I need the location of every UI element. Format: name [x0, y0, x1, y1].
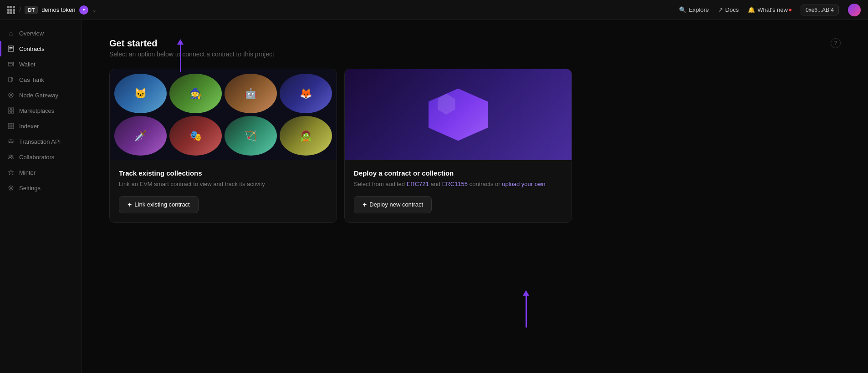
project-chevron[interactable]: ⌄	[92, 7, 97, 13]
indexer-icon	[7, 122, 15, 130]
nft-cell-8: 🧟	[280, 116, 332, 156]
explore-link[interactable]: 🔍 Explore	[679, 6, 709, 13]
bell-icon: 🔔	[748, 6, 755, 13]
grid-icon	[7, 6, 15, 14]
marketplaces-icon	[7, 107, 15, 114]
svg-rect-12	[11, 111, 14, 113]
notification-dot	[789, 9, 791, 11]
sidebar-label-settings: Settings	[19, 185, 41, 192]
app-body: ⌂ Overview Contracts	[0, 20, 868, 373]
svg-rect-4	[8, 62, 14, 66]
wallet-icon	[7, 60, 15, 68]
nft-cell-4: 🦊	[280, 74, 332, 113]
sidebar-label-node-gateway: Node Gateway	[19, 92, 58, 99]
annotation-arrow-deploy	[523, 290, 529, 328]
svg-rect-11	[8, 111, 10, 113]
svg-rect-6	[9, 77, 12, 82]
get-started-header: Get started Select an option below to co…	[109, 38, 841, 58]
contracts-icon	[7, 45, 15, 52]
sidebar-item-collaborators[interactable]: Collaborators	[0, 149, 82, 165]
deploy-card-image	[345, 69, 572, 160]
sidebar-item-settings[interactable]: Settings	[0, 180, 82, 196]
nft-grid: 🐱 🧙 🤖 🦊 🗡️	[110, 69, 337, 160]
svg-point-19	[11, 155, 13, 157]
cards-container: 🐱 🧙 🤖 🦊 🗡️	[109, 69, 841, 223]
deploy-card[interactable]: Deploy a contract or collection Select f…	[344, 69, 572, 223]
erc721-link[interactable]: ERC721	[407, 181, 429, 187]
wallet-address[interactable]: 0xe6...ABf4	[801, 5, 839, 15]
gas-tank-icon	[7, 76, 15, 83]
sidebar-item-node-gateway[interactable]: Node Gateway	[0, 87, 82, 103]
project-badge[interactable]: DT	[25, 6, 38, 14]
sidebar-item-contracts[interactable]: Contracts	[0, 41, 82, 56]
home-icon: ⌂	[7, 30, 15, 37]
sidebar-label-collaborators: Collaborators	[19, 154, 54, 161]
nft-cell-3: 🤖	[225, 74, 277, 113]
main-content: ? Get started Select an option below to …	[82, 20, 868, 373]
hex-background	[345, 69, 572, 160]
erc1155-link[interactable]: ERC1155	[442, 181, 468, 187]
track-card-image: 🐱 🧙 🤖 🦊 🗡️	[110, 69, 337, 160]
project-name[interactable]: demos token	[41, 6, 75, 13]
sidebar-label-marketplaces: Marketplaces	[19, 107, 54, 114]
sidebar: ⌂ Overview Contracts	[0, 20, 82, 373]
svg-point-8	[10, 94, 12, 96]
sidebar-label-gas-tank: Gas Tank	[19, 76, 44, 83]
svg-point-20	[10, 187, 12, 189]
topnav: / DT demos token ✦ ⌄ 🔍 Explore ↗ Docs 🔔 …	[0, 0, 868, 20]
settings-icon	[7, 184, 15, 192]
track-card-body: Track existing collections Link an EVM s…	[110, 160, 337, 222]
track-card-title: Track existing collections	[119, 169, 327, 177]
deploy-card-title: Deploy a contract or collection	[354, 169, 562, 177]
sidebar-item-indexer[interactable]: Indexer	[0, 118, 82, 134]
help-icon[interactable]: ?	[831, 38, 841, 48]
svg-rect-10	[11, 108, 14, 110]
svg-point-7	[9, 93, 13, 97]
nft-cell-6: 🎭	[169, 116, 222, 156]
search-icon: 🔍	[679, 6, 686, 13]
sidebar-label-transaction-api: Transaction API	[19, 138, 61, 145]
avatar[interactable]	[848, 4, 861, 16]
deploy-card-description: Select from audited ERC721 and ERC1155 c…	[354, 180, 562, 189]
svg-point-18	[9, 155, 11, 157]
sidebar-label-wallet: Wallet	[19, 61, 36, 68]
deploy-contract-label: Deploy new contract	[369, 201, 423, 208]
track-card[interactable]: 🐱 🧙 🤖 🦊 🗡️	[109, 69, 337, 223]
sidebar-item-minter[interactable]: Minter	[0, 165, 82, 180]
sidebar-item-overview[interactable]: ⌂ Overview	[0, 25, 82, 41]
topnav-left: / DT demos token ✦ ⌄	[7, 5, 97, 15]
page-title: Get started	[109, 38, 841, 49]
sidebar-label-indexer: Indexer	[19, 123, 39, 130]
collaborators-icon	[7, 153, 15, 161]
plus-icon-deploy: +	[363, 201, 367, 209]
topnav-right: 🔍 Explore ↗ Docs 🔔 What's new 0xe6...ABf…	[679, 4, 861, 16]
sidebar-item-marketplaces[interactable]: Marketplaces	[0, 103, 82, 118]
deploy-new-contract-button[interactable]: + Deploy new contract	[354, 196, 432, 213]
breadcrumb-separator: /	[19, 6, 21, 14]
deploy-card-body: Deploy a contract or collection Select f…	[345, 160, 572, 222]
svg-point-5	[12, 64, 13, 65]
hex-shape	[429, 89, 488, 141]
thirdweb-icon: ✦	[79, 5, 88, 15]
external-link-icon: ↗	[718, 6, 723, 13]
nft-cell-7: 🏹	[225, 116, 277, 156]
topnav-breadcrumb	[7, 6, 15, 14]
minter-icon	[7, 169, 15, 176]
upload-own-link[interactable]: upload your own	[502, 181, 545, 187]
sidebar-item-transaction-api[interactable]: Transaction API	[0, 134, 82, 149]
transaction-api-icon	[7, 138, 15, 145]
sidebar-item-gas-tank[interactable]: Gas Tank	[0, 72, 82, 87]
plus-icon: +	[128, 201, 132, 209]
nft-cell-5: 🗡️	[114, 116, 167, 156]
sidebar-label-minter: Minter	[19, 169, 36, 176]
nft-cell-1: 🐱	[114, 74, 167, 113]
docs-link[interactable]: ↗ Docs	[718, 6, 739, 13]
sidebar-label-overview: Overview	[19, 30, 44, 37]
node-gateway-icon	[7, 91, 15, 99]
whats-new-link[interactable]: 🔔 What's new	[748, 6, 791, 13]
svg-rect-13	[8, 123, 14, 129]
sidebar-item-wallet[interactable]: Wallet	[0, 56, 82, 72]
nft-cell-2: 🧙	[169, 74, 222, 113]
track-card-description: Link an EVM smart contract to view and t…	[119, 180, 327, 189]
link-existing-contract-button[interactable]: + Link existing contract	[119, 196, 199, 213]
